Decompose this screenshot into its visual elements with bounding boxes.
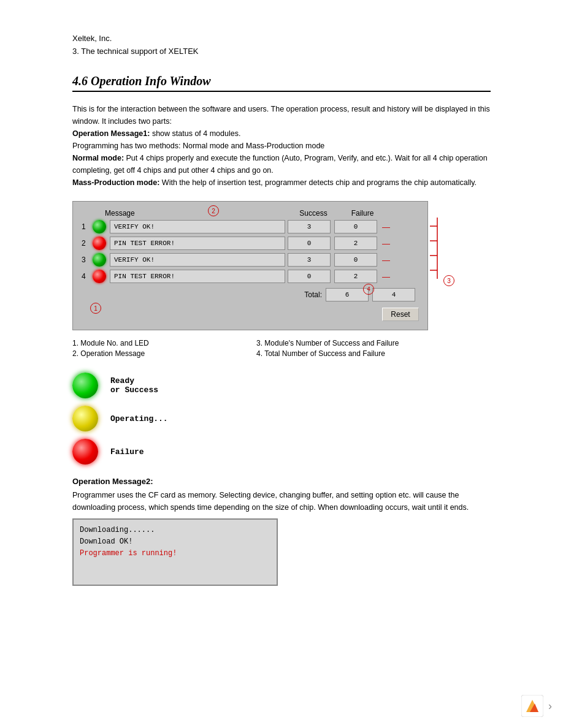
section-title: 4.6 Operation Info Window	[72, 74, 491, 92]
table-row: 3 VERIFY OK! 3 0 —	[82, 253, 419, 267]
legend-row-1: 1. Module No. and LED 3. Module's Number…	[72, 339, 428, 347]
success-3: 3	[288, 253, 331, 267]
failure-4: 2	[334, 270, 377, 283]
legend-container: 1. Module No. and LED 3. Module's Number…	[72, 339, 428, 358]
led-red-label: Failure	[110, 447, 144, 457]
total-label: Total:	[304, 290, 322, 299]
support-text: 3. The technical support of XELTEK	[72, 47, 491, 56]
console-line-2: Download OK!	[80, 536, 270, 548]
led-legend-red: Failure	[72, 439, 491, 464]
mass-mode-label: Mass-Production mode:	[72, 178, 159, 187]
msg-box-4: PIN TEST ERROR!	[110, 270, 285, 283]
operation-panel: Message Success Failure 1 VERIFY OK! 2 3…	[72, 201, 428, 330]
col-message-header: Message	[105, 209, 289, 218]
led-legend-section: Readyor Success Operating... Failure	[72, 373, 491, 464]
total-success: 6 4	[326, 288, 369, 301]
led-legend-yellow: Operating...	[72, 406, 491, 431]
op-message2-title: Operation Message2:	[72, 477, 491, 486]
msg-box-2: PIN TEST ERROR!	[110, 237, 285, 250]
annotation-3: 3	[443, 275, 454, 286]
op-msg1-label: Operation Message1:	[72, 129, 150, 138]
success-4: 0	[288, 270, 331, 283]
legend-1-right: 3. Module's Number of Success and Failur…	[256, 339, 428, 347]
col-failure-header: Failure	[338, 209, 387, 218]
table-header: Message Success Failure	[105, 209, 419, 218]
failure-3: 0	[334, 253, 377, 267]
total-row: Total: 6 4 4	[82, 288, 419, 301]
col-success-header: Success	[289, 209, 338, 218]
legend-2-left: 2. Operation Message	[72, 349, 244, 358]
led-3-green	[93, 253, 106, 267]
nav-arrow-right[interactable]: ›	[548, 700, 552, 713]
msg-box-1: VERIFY OK!	[110, 220, 285, 233]
annotation-4: 4	[363, 284, 374, 295]
table-row: 4 PIN TEST ERROR! 0 2 —	[82, 270, 419, 283]
reset-button-container: Reset	[82, 304, 419, 321]
table-row: 2 PIN TEST ERROR! 0 2 —	[82, 237, 419, 250]
console-box: Downloading...... Download OK! Programme…	[72, 518, 278, 586]
led-large-yellow-icon	[72, 406, 98, 431]
row-num-1: 1	[82, 222, 93, 231]
led-large-green-icon	[72, 373, 98, 398]
led-green-label: Readyor Success	[110, 376, 158, 395]
console-line-1: Downloading......	[80, 525, 270, 536]
failure-2: 2	[334, 237, 377, 250]
annotation-1: 1	[90, 303, 101, 314]
total-failure: 4	[372, 288, 415, 301]
bracket-svg	[426, 218, 440, 279]
led-4-red	[93, 270, 106, 283]
table-row: 1 VERIFY OK! 2 3 0 —	[82, 220, 419, 233]
row-num-3: 3	[82, 256, 93, 264]
reset-button[interactable]: Reset	[382, 308, 419, 321]
yelo-logo-icon	[521, 695, 543, 717]
legend-row-2: 2. Operation Message 4. Total Number of …	[72, 349, 428, 358]
failure-1: 0	[334, 220, 377, 233]
led-large-red-icon	[72, 439, 98, 464]
led-1-green	[93, 220, 106, 233]
led-legend-green: Readyor Success	[72, 373, 491, 398]
row-num-4: 4	[82, 272, 93, 281]
normal-mode-label: Normal mode:	[72, 154, 124, 162]
annotation-2: 2	[208, 205, 219, 216]
led-2-red	[93, 237, 106, 250]
led-yellow-label: Operating...	[110, 414, 168, 423]
company-name: Xeltek, Inc.	[72, 34, 491, 43]
footer-logo: ›	[521, 695, 552, 717]
legend-1-left: 1. Module No. and LED	[72, 339, 244, 347]
row-num-2: 2	[82, 239, 93, 248]
success-1: 3	[288, 220, 331, 233]
description-1: This is for the interaction between the …	[72, 103, 491, 189]
msg-box-3: VERIFY OK!	[110, 253, 285, 267]
console-line-3: Programmer is running!	[80, 548, 270, 559]
success-2: 0	[288, 237, 331, 250]
legend-2-right: 4. Total Number of Success and Failure	[256, 349, 428, 358]
op-message2-desc: Programmer uses the CF card as memory. S…	[72, 489, 491, 514]
